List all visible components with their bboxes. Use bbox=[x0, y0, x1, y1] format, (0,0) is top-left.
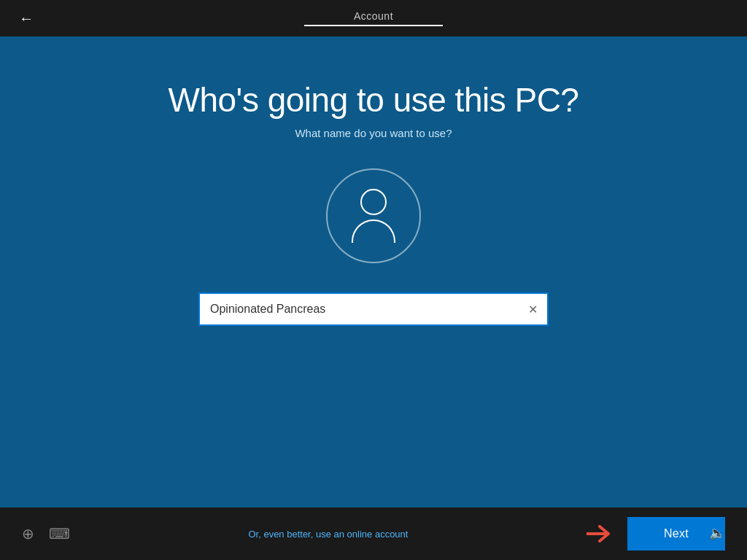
bottom-bar: ⊕ ⌨ Or, even better, use an online accou… bbox=[0, 508, 747, 560]
user-avatar bbox=[326, 168, 421, 263]
accessibility-icon[interactable]: ⊕ bbox=[22, 525, 34, 542]
page-heading: Who's going to use this PC? bbox=[169, 80, 579, 120]
arrow-indicator bbox=[587, 525, 613, 542]
sound-icon[interactable]: 🔈 bbox=[709, 525, 725, 541]
avatar-body bbox=[352, 219, 395, 243]
bottom-left-icons: ⊕ ⌨ bbox=[22, 525, 70, 542]
clear-icon: ✕ bbox=[528, 303, 538, 316]
top-bar: ← Account bbox=[0, 0, 747, 36]
avatar-icon bbox=[352, 189, 395, 243]
avatar-head bbox=[360, 189, 387, 215]
page-subheading: What name do you want to use? bbox=[295, 127, 452, 139]
top-bar-underline bbox=[304, 25, 443, 26]
back-button[interactable]: ← bbox=[15, 7, 38, 30]
main-content: Who's going to use this PC? What name do… bbox=[0, 36, 747, 508]
top-bar-title: Account bbox=[354, 10, 393, 22]
red-arrow-icon bbox=[587, 525, 613, 542]
bottom-right: Next bbox=[587, 517, 725, 551]
name-input-container: ✕ bbox=[198, 292, 549, 326]
online-account-link[interactable]: Or, even better, use an online account bbox=[248, 529, 408, 540]
name-input[interactable] bbox=[198, 292, 549, 326]
top-bar-title-area: Account bbox=[304, 10, 443, 26]
clear-input-button[interactable]: ✕ bbox=[525, 302, 540, 316]
keyboard-icon[interactable]: ⌨ bbox=[49, 525, 70, 542]
